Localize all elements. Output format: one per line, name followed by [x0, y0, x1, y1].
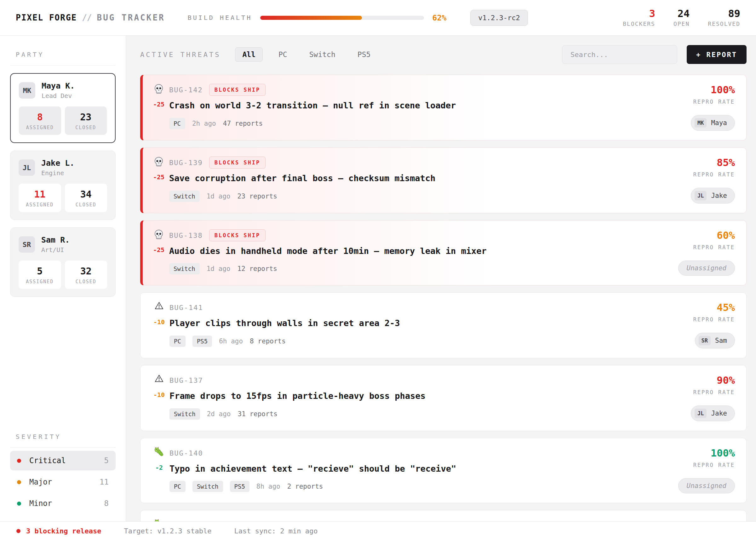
bug-meta: PC PS5 6h ago 8 reports	[170, 334, 693, 348]
tab-switch[interactable]: Switch	[303, 47, 342, 62]
severity-score: -25	[153, 100, 165, 110]
severity-section-label: SEVERITY	[10, 433, 116, 448]
platform-chip: Switch	[170, 408, 200, 420]
assigned-label: ASSIGNED	[19, 279, 61, 285]
member-role: Art/UI	[41, 246, 69, 254]
platform-chip: Switch	[169, 191, 200, 202]
bug-id: BUG-141	[170, 304, 203, 312]
avatar: MK	[19, 82, 35, 99]
warning-icon	[155, 374, 164, 386]
bug-reports-count: 2 reports	[287, 483, 323, 490]
bug-reports-count: 12 reports	[237, 265, 277, 273]
skull-icon	[154, 84, 164, 96]
brand-sub: BUG TRACKER	[97, 13, 165, 22]
bug-id: BUG-137	[170, 376, 203, 384]
platform-chip: PC	[170, 336, 186, 347]
tab-ps5[interactable]: PS5	[351, 47, 377, 62]
stat-blockers-label: BLOCKERS	[623, 21, 655, 27]
bug-meta: PC 2h ago 47 reports	[169, 116, 691, 131]
app-header: PIXEL FORGE // BUG TRACKER BUILD HEALTH …	[0, 0, 756, 36]
assignee-cell: Unassigned	[678, 478, 735, 493]
tab-pc[interactable]: PC	[272, 47, 294, 62]
build-health-label: BUILD HEALTH	[188, 14, 252, 21]
party-member-maya[interactable]: MK Maya K. Lead Dev 8 ASSIGNED 23 CLOSED	[10, 73, 116, 143]
member-header: JL Jake L. Engine	[19, 159, 107, 177]
assignee-name: Maya	[711, 119, 727, 127]
repro-rate-value: 100%	[711, 84, 735, 96]
bug-tracker-app: PIXEL FORGE // BUG TRACKER BUILD HEALTH …	[0, 0, 756, 540]
severity-section: SEVERITY Critical 5 Major 11 Minor 8	[10, 433, 116, 513]
repro-rate-value: 60%	[717, 229, 735, 241]
major-dot-icon	[17, 480, 21, 484]
stat-open-label: OPEN	[674, 21, 690, 27]
repro-rate-value: 100%	[711, 447, 735, 459]
severity-score: -10	[153, 318, 165, 328]
bug-id-row: BUG-137	[170, 374, 691, 386]
build-health-bar-fill	[260, 16, 362, 20]
brand-divider: //	[82, 13, 92, 22]
bug-card-140[interactable]: BUG-140 100% -2 Typo in achievement text…	[140, 438, 747, 503]
member-header: SR Sam R. Art/UI	[19, 235, 107, 254]
assignee-cell: Unassigned	[678, 261, 735, 276]
bug-id: BUG-140	[170, 449, 203, 457]
bug-card-139[interactable]: BUG-139 BLOCKS SHIP 85% -25 Save corrupt…	[140, 147, 747, 213]
bug-card-142[interactable]: BUG-142 BLOCKS SHIP 100% -25 Crash on wo…	[140, 75, 747, 141]
bug-id-row: BUG-136	[170, 519, 691, 521]
closed-stat: 32 CLOSED	[65, 261, 107, 289]
bug-title: Typo in achievement text — "recieve" sho…	[170, 464, 678, 473]
platform-chip: Switch	[192, 481, 223, 492]
bug-reports-count: 31 reports	[238, 410, 278, 418]
platform-chip: PC	[169, 118, 185, 129]
bug-age: 6h ago	[219, 338, 243, 345]
bug-reports-count: 8 reports	[250, 338, 286, 345]
closed-stat: 34 CLOSED	[65, 184, 107, 212]
search-input[interactable]	[562, 45, 677, 64]
severity-filter-major[interactable]: Major 11	[10, 472, 116, 492]
assigned-label: ASSIGNED	[19, 202, 61, 207]
assignee-name: Jake	[711, 192, 727, 200]
bug-title: Save corruption after final boss — check…	[169, 173, 691, 183]
platform-tabs: All PC Switch PS5	[235, 47, 377, 62]
blocks-ship-badge: BLOCKS SHIP	[209, 229, 266, 241]
assigned-value: 11	[19, 189, 61, 200]
severity-filter-minor[interactable]: Minor 8	[10, 494, 116, 513]
unassigned-pill[interactable]: Unassigned	[678, 478, 735, 493]
blocking-text: 3 blocking release	[26, 527, 101, 535]
party-section-label: PARTY	[10, 51, 116, 66]
report-button[interactable]: + REPORT	[687, 45, 747, 64]
assignee-avatar: MK	[694, 118, 706, 128]
severity-filter-critical[interactable]: Critical 5	[10, 451, 116, 471]
bug-id-row: BUG-142 BLOCKS SHIP	[169, 84, 691, 96]
stat-resolved-label: RESOLVED	[708, 21, 740, 27]
bug-card-137[interactable]: BUG-137 90% -10 Frame drops to 15fps in …	[140, 365, 747, 431]
assigned-value: 5	[19, 266, 61, 277]
repro-rate-label: REPRO RATE	[693, 99, 735, 110]
bug-card-141[interactable]: BUG-141 45% -10 Player clips through wal…	[140, 292, 747, 358]
minor-dot-icon	[17, 501, 21, 506]
assignee-avatar: JL	[694, 409, 706, 418]
closed-value: 32	[65, 266, 107, 277]
bug-id: BUG-139	[169, 159, 203, 167]
bug-card-136[interactable]: BUG-136 100% -2 Controller rumble too ag…	[140, 510, 747, 521]
repro-rate-label: REPRO RATE	[693, 316, 735, 328]
unassigned-pill[interactable]: Unassigned	[678, 261, 735, 276]
bug-card-138[interactable]: BUG-138 BLOCKS SHIP 60% -25 Audio dies i…	[140, 220, 747, 285]
tab-all[interactable]: All	[235, 47, 263, 62]
member-stats: 5 ASSIGNED 32 CLOSED	[19, 261, 107, 289]
assigned-label: ASSIGNED	[19, 125, 61, 130]
assignee-pill[interactable]: JL Jake	[691, 405, 735, 421]
closed-label: CLOSED	[65, 202, 107, 207]
severity-label: Major	[29, 477, 52, 486]
party-member-jake[interactable]: JL Jake L. Engine 11 ASSIGNED 34 CLOSED	[10, 151, 116, 220]
bug-id-row: BUG-140	[170, 447, 678, 459]
assignee-pill[interactable]: JL Jake	[691, 188, 735, 203]
member-name: Sam R.	[41, 235, 69, 244]
assignee-pill[interactable]: SR Sam	[695, 333, 735, 348]
assignee-pill[interactable]: MK Maya	[691, 115, 735, 131]
assignee-cell: MK Maya	[691, 115, 735, 131]
sidebar: PARTY MK Maya K. Lead Dev 8 ASSIGNED 23 …	[0, 36, 126, 521]
bug-icon	[154, 519, 164, 521]
header-stats: 3 BLOCKERS 24 OPEN 89 RESOLVED	[623, 8, 740, 27]
party-member-sam[interactable]: SR Sam R. Art/UI 5 ASSIGNED 32 CLOSED	[10, 227, 116, 297]
skull-icon	[154, 157, 164, 169]
